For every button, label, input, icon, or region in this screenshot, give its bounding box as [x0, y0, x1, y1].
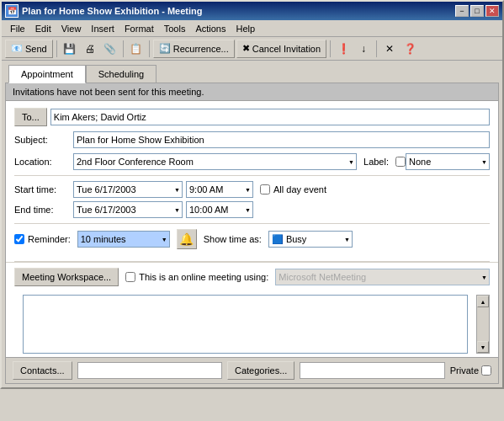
priority-low-icon-btn[interactable]: ↓	[354, 40, 373, 58]
scroll-down-button[interactable]: ▼	[477, 341, 489, 353]
send-button[interactable]: 📧 Send	[5, 40, 53, 58]
online-meeting-text: This is an online meeting using:	[139, 272, 268, 282]
cancel-invitation-button[interactable]: ✖ Cancel Invitation	[236, 40, 326, 58]
to-row: To...	[14, 108, 490, 126]
end-date-wrapper: Tue 6/17/2003	[73, 201, 183, 218]
bell-button[interactable]: 🔔	[177, 229, 197, 249]
main-window: 📅 Plan for Home Show Exhibition - Meetin…	[0, 0, 504, 389]
start-time-row: Start time: Tue 6/17/2003 9:00 AM All da…	[14, 181, 490, 198]
recurrence-button[interactable]: 🔄 Recurrence...	[153, 40, 235, 58]
notes-container: ▲ ▼	[6, 291, 498, 357]
divider-2	[14, 223, 490, 224]
divider-1	[14, 175, 490, 176]
private-checkbox[interactable]	[481, 365, 491, 376]
tab-appointment[interactable]: Appointment	[8, 65, 86, 83]
send-icon: 📧	[11, 43, 23, 54]
to-field[interactable]	[50, 109, 490, 125]
show-time-as-wrapper: 🟦 Busy	[268, 231, 353, 248]
title-bar-controls: − □ ✕	[455, 5, 499, 17]
location-select-wrapper: 2nd Floor Conference Room	[73, 153, 357, 170]
save-icon-btn[interactable]: 💾	[61, 40, 79, 58]
maximize-button[interactable]: □	[470, 5, 484, 17]
app-icon: 📅	[5, 4, 19, 18]
private-label[interactable]: Private	[450, 365, 491, 376]
menu-tools[interactable]: Tools	[159, 22, 191, 35]
online-meeting-label[interactable]: This is an online meeting using:	[125, 272, 268, 282]
toolbar-separator-3	[149, 40, 150, 57]
toolbar-separator-2	[123, 40, 124, 57]
attach-icon-btn[interactable]: 📎	[101, 40, 119, 58]
reminder-row: Reminder: 10 minutes 🔔 Show time as: 🟦 B…	[14, 229, 490, 249]
subject-label: Subject:	[14, 135, 73, 145]
bottom-section: Meeting Workspace... This is an online m…	[6, 262, 498, 291]
minimize-button[interactable]: −	[455, 5, 469, 17]
menu-file[interactable]: File	[5, 22, 30, 35]
contacts-field[interactable]	[77, 362, 222, 379]
title-bar: 📅 Plan for Home Show Exhibition - Meetin…	[2, 2, 502, 20]
notes-textarea[interactable]	[23, 295, 468, 354]
reminder-select[interactable]: 10 minutes	[77, 231, 170, 248]
info-banner: Invitations have not been sent for this …	[6, 83, 498, 101]
all-day-checkbox[interactable]	[260, 184, 270, 195]
check-address-icon-btn[interactable]: 📋	[127, 40, 146, 58]
scroll-up-button[interactable]: ▲	[477, 296, 489, 307]
meeting-workspace-button[interactable]: Meeting Workspace...	[14, 268, 119, 286]
end-time-label: End time:	[14, 205, 73, 215]
location-row: Location: 2nd Floor Conference Room Labe…	[14, 153, 490, 170]
menu-view[interactable]: View	[56, 22, 87, 35]
menu-actions[interactable]: Actions	[190, 22, 231, 35]
toolbar-separator-1	[56, 40, 57, 57]
online-meeting-checkbox[interactable]	[125, 272, 135, 282]
recurrence-label: Recurrence...	[173, 44, 229, 54]
start-time-select[interactable]: 9:00 AM	[186, 181, 253, 198]
label-select-wrapper: None	[406, 153, 490, 170]
contacts-button[interactable]: Contacts...	[13, 361, 72, 380]
start-date-wrapper: Tue 6/17/2003	[73, 181, 183, 198]
close-button[interactable]: ✕	[485, 5, 499, 17]
menu-bar: File Edit View Insert Format Tools Actio…	[2, 20, 502, 37]
label-select[interactable]: None	[406, 153, 490, 170]
toolbar: 📧 Send 💾 🖨 📎 📋 🔄 Recurrence... ✖ Cancel …	[2, 37, 502, 61]
all-day-label[interactable]: All day event	[260, 184, 326, 195]
start-date-select[interactable]: Tue 6/17/2003	[73, 181, 183, 198]
start-time-label: Start time:	[14, 184, 73, 195]
send-label: Send	[25, 44, 47, 54]
menu-help[interactable]: Help	[231, 22, 260, 35]
menu-format[interactable]: Format	[119, 22, 159, 35]
reminder-label[interactable]: Reminder:	[14, 234, 71, 244]
all-day-text: All day event	[273, 184, 326, 195]
cancel-icon: ✖	[242, 43, 250, 54]
menu-insert[interactable]: Insert	[86, 22, 119, 35]
end-time-select[interactable]: 10:00 AM	[186, 201, 253, 218]
show-time-as-label: Show time as:	[204, 234, 262, 244]
title-bar-left: 📅 Plan for Home Show Exhibition - Meetin…	[5, 4, 203, 18]
reminder-checkbox[interactable]	[14, 234, 24, 244]
scrollbar: ▲ ▼	[476, 295, 490, 354]
end-time-wrapper: 10:00 AM	[186, 201, 253, 218]
show-time-as-select[interactable]: 🟦 Busy	[268, 231, 353, 248]
location-label: Location:	[14, 157, 73, 167]
help-icon-btn[interactable]: ❓	[401, 40, 419, 58]
end-date-select[interactable]: Tue 6/17/2003	[73, 201, 183, 218]
online-select[interactable]: Microsoft NetMeeting	[275, 269, 490, 285]
categories-field[interactable]	[300, 362, 444, 379]
form-area: To... Subject: Location: 2nd Floor Confe…	[6, 101, 498, 261]
toolbar-separator-4	[330, 40, 331, 57]
end-time-row: End time: Tue 6/17/2003 10:00 AM	[14, 201, 490, 218]
subject-field[interactable]	[73, 131, 490, 148]
priority-high-icon-btn[interactable]: ❗	[334, 40, 353, 58]
delete-icon-btn[interactable]: ✕	[380, 40, 399, 58]
start-time-wrapper: 9:00 AM	[186, 181, 253, 198]
menu-edit[interactable]: Edit	[30, 22, 56, 35]
private-text: Private	[450, 365, 479, 376]
tab-bar: Appointment Scheduling	[2, 61, 502, 83]
tab-scheduling[interactable]: Scheduling	[86, 65, 157, 83]
print-icon-btn[interactable]: 🖨	[81, 40, 99, 58]
to-button[interactable]: To...	[14, 108, 47, 126]
bottom-bar: Contacts... Categories... Private	[6, 357, 498, 383]
categories-button[interactable]: Categories...	[227, 361, 294, 380]
label-checkbox[interactable]	[395, 157, 406, 167]
label-text: Label:	[363, 157, 389, 167]
location-select[interactable]: 2nd Floor Conference Room	[73, 153, 357, 170]
reminder-select-wrapper: 10 minutes	[77, 231, 170, 248]
